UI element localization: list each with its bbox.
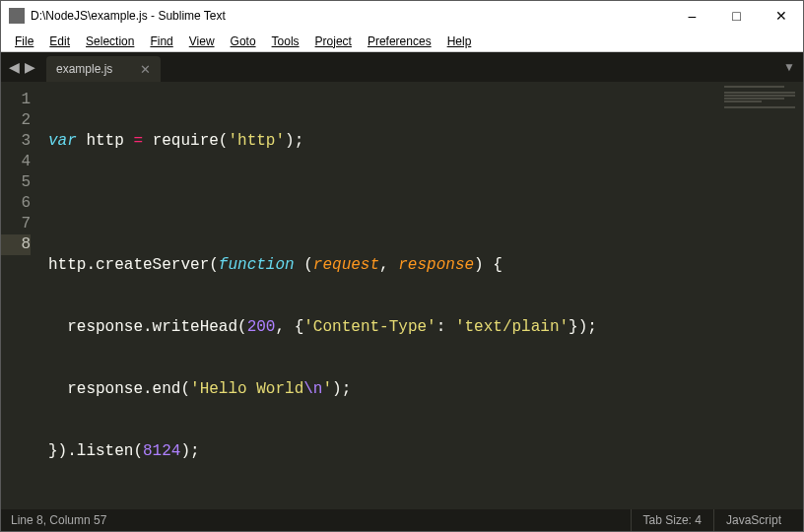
window-controls: – □ ✕ <box>670 1 803 31</box>
menu-view[interactable]: View <box>181 33 223 50</box>
tab-example-js[interactable]: example.js ✕ <box>46 56 161 82</box>
close-button[interactable]: ✕ <box>759 1 803 31</box>
line-number[interactable]: 5 <box>1 172 31 193</box>
window-title: D:\NodeJS\example.js - Sublime Text <box>31 9 670 23</box>
line-number[interactable]: 4 <box>1 152 31 172</box>
minimize-button[interactable]: – <box>670 1 714 31</box>
gutter: 1 2 3 4 5 6 7 8 <box>1 82 40 509</box>
status-syntax[interactable]: JavaScript <box>713 509 793 531</box>
status-tab-size[interactable]: Tab Size: 4 <box>631 509 713 531</box>
tab-overflow-icon[interactable]: ▼ <box>783 60 795 74</box>
menu-file[interactable]: File <box>7 33 41 50</box>
tab-bar: ◀ ▶ example.js ✕ ▼ <box>1 52 803 82</box>
menu-find[interactable]: Find <box>142 33 180 50</box>
tab-nav-forward-icon[interactable]: ▶ <box>25 60 38 74</box>
tab-label: example.js <box>56 62 112 76</box>
menu-goto[interactable]: Goto <box>223 33 264 50</box>
line-number[interactable]: 8 <box>1 234 31 255</box>
menu-tools[interactable]: Tools <box>264 33 307 50</box>
menu-preferences[interactable]: Preferences <box>360 33 439 50</box>
app-icon <box>9 8 25 24</box>
line-number[interactable]: 3 <box>1 131 31 152</box>
code-area[interactable]: var http = require('http'); http.createS… <box>40 82 724 509</box>
menubar: File Edit Selection Find View Goto Tools… <box>1 31 803 52</box>
menu-help[interactable]: Help <box>439 33 480 50</box>
menu-selection[interactable]: Selection <box>78 33 142 50</box>
minimap[interactable] <box>724 82 803 509</box>
status-bar: Line 8, Column 57 Tab Size: 4 JavaScript <box>1 509 803 531</box>
menu-edit[interactable]: Edit <box>41 33 78 50</box>
menu-project[interactable]: Project <box>307 33 360 50</box>
tab-close-icon[interactable]: ✕ <box>140 62 151 77</box>
titlebar: D:\NodeJS\example.js - Sublime Text – □ … <box>1 1 803 31</box>
line-number[interactable]: 2 <box>1 110 31 131</box>
tab-nav-back-icon[interactable]: ◀ <box>9 60 23 74</box>
maximize-button[interactable]: □ <box>714 1 759 31</box>
editor: 1 2 3 4 5 6 7 8 var http = require('http… <box>1 82 803 509</box>
line-number[interactable]: 6 <box>1 193 31 214</box>
line-number[interactable]: 7 <box>1 214 31 234</box>
line-number[interactable]: 1 <box>1 90 31 110</box>
status-position[interactable]: Line 8, Column 57 <box>11 513 631 527</box>
